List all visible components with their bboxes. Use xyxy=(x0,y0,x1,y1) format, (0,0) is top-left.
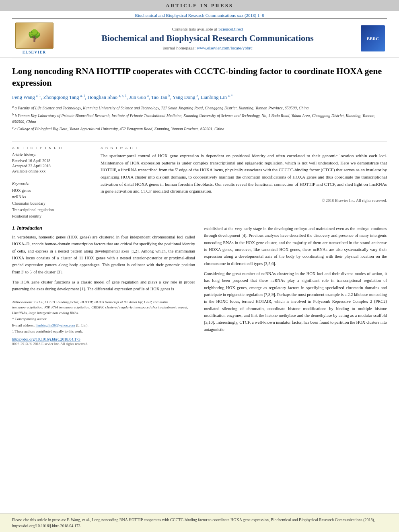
introduction-heading: 1. Introduction xyxy=(12,225,195,231)
homepage-prefix: journal homepage: xyxy=(162,45,197,50)
journal-header: 🌳 ELSEVIER Contents lists available at S… xyxy=(0,19,399,58)
elsevier-label: ELSEVIER xyxy=(23,50,46,54)
intro-right-text: established at the very early stage in t… xyxy=(204,225,387,333)
abstract-text: The spatiotemporal control of HOX gene e… xyxy=(101,152,387,195)
doi-href[interactable]: https://doi.org/10.1016/j.bbrc.2018.04.1… xyxy=(12,337,80,341)
article-authors: Feng Wang a, 1, Zhongqiong Tang a, 1, Ho… xyxy=(12,93,387,101)
elsevier-logo-area: 🌳 ELSEVIER xyxy=(12,23,56,54)
sciencedirect-link[interactable]: ScienceDirect xyxy=(218,27,243,31)
citation-text: Please cite this article in press as: F.… xyxy=(12,518,375,528)
intro-left-para2: The HOX gene cluster functions as a clas… xyxy=(12,279,195,293)
keyword-2: ncRNAs xyxy=(12,194,93,200)
citation-bar: Please cite this article in press as: F.… xyxy=(0,513,399,532)
article-info-abstract: a r t i c l e i n f o Article history: R… xyxy=(12,142,387,220)
keyword-5: Positional identity xyxy=(12,213,93,220)
article-info-heading: a r t i c l e i n f o xyxy=(12,146,93,150)
keywords-label: Keywords: xyxy=(12,181,93,186)
intro-left-para1: In vertebrates, homeotic genes (HOX gene… xyxy=(12,234,195,275)
elsevier-logo-box: 🌳 xyxy=(15,23,53,49)
body-col-right: established at the very early stage in t… xyxy=(204,225,387,346)
accepted-date: Accepted 22 April 2018 xyxy=(12,164,93,168)
sciencedirect-prefix: Contents lists available at xyxy=(172,27,218,31)
email-link[interactable]: lianbing.lin36@yahoo.com xyxy=(35,323,75,327)
article-content: Long noncoding RNA HOTTIP cooperates wit… xyxy=(0,58,399,513)
homepage-link[interactable]: www.elsevier.com/locate/ybbrc xyxy=(197,45,253,50)
elsevier-tree-icon: 🌳 xyxy=(27,29,41,42)
journal-title-header: Biochemical and Biophysical Research Com… xyxy=(101,33,314,43)
footnotes: Abbreviations: CTCF, CCCTC-binding facto… xyxy=(12,297,195,335)
page: ARTICLE IN PRESS Biochemical and Biophys… xyxy=(0,0,399,532)
banner-text: ARTICLE IN PRESS xyxy=(166,2,233,8)
corresponding-footnote: * Corresponding author. xyxy=(12,316,195,322)
intro-left-text: In vertebrates, homeotic genes (HOX gene… xyxy=(12,234,195,293)
email-suffix: (L. Lin). xyxy=(76,323,88,327)
affil-c: c c College of Biological Big Data, Yuna… xyxy=(12,125,387,132)
body-content: 1. Introduction In vertebrates, homeotic… xyxy=(12,225,387,346)
doi-link: https://doi.org/10.1016/j.bbrc.2018.04.1… xyxy=(12,337,195,341)
sciencedirect-line: Contents lists available at ScienceDirec… xyxy=(172,27,243,31)
intro-right-para1: established at the very early stage in t… xyxy=(204,225,387,267)
intro-right-para2: Considering the great number of ncRNAs c… xyxy=(204,270,387,333)
abstract-column: a b s t r a c t The spatiotemporal contr… xyxy=(101,146,387,220)
article-in-press-banner: ARTICLE IN PRESS xyxy=(0,0,399,11)
keywords-list: HOX genes ncRNAs Chromatin boundary Tran… xyxy=(12,187,93,220)
affiliations: a a Faculty of Life Science and Technolo… xyxy=(12,105,387,132)
affil-b: b b Yunnan Key Laboratory of Primate Bio… xyxy=(12,112,387,125)
email-label: E-mail address: xyxy=(12,323,35,327)
copyright-line: © 2018 Elsevier Inc. All rights reserved… xyxy=(101,198,387,203)
affil-a: a a Faculty of Life Science and Technolo… xyxy=(12,105,387,111)
journal-ref-text: Biochemical and Biophysical Research Com… xyxy=(135,13,264,18)
journal-ref-line: Biochemical and Biophysical Research Com… xyxy=(0,11,399,18)
email-footnote: E-mail address: lianbing.lin36@yahoo.com… xyxy=(12,323,195,329)
keyword-4: Transcriptional regulation xyxy=(12,207,93,213)
journal-header-center: Contents lists available at ScienceDirec… xyxy=(60,23,355,54)
equal-contrib-footnote: 1 These authors contributed equally to t… xyxy=(12,329,195,335)
article-main-title: Long noncoding RNA HOTTIP cooperates wit… xyxy=(12,66,387,88)
bbrc-label: BBRC xyxy=(367,36,379,41)
keyword-1: HOX genes xyxy=(12,187,93,194)
body-col-left: 1. Introduction In vertebrates, homeotic… xyxy=(12,225,195,346)
received-date: Received 16 April 2018 xyxy=(12,158,93,163)
journal-homepage-line: journal homepage: www.elsevier.com/locat… xyxy=(162,45,253,50)
bbrc-logo-area: BBRC xyxy=(359,23,387,54)
abbreviations-text: Abbreviations: CTCF, CCCTC-binding facto… xyxy=(12,300,189,315)
abbreviations-footnote: Abbreviations: CTCF, CCCTC-binding facto… xyxy=(12,300,195,316)
history-label: Article history: xyxy=(12,152,93,157)
article-info-column: a r t i c l e i n f o Article history: R… xyxy=(12,146,93,220)
abstract-heading: a b s t r a c t xyxy=(101,146,387,150)
keyword-3: Chromatin boundary xyxy=(12,200,93,207)
online-date: Available online xxx xyxy=(12,169,93,173)
article-title-section: Long noncoding RNA HOTTIP cooperates wit… xyxy=(12,58,387,137)
issn-line: 0006-291X/© 2018 Elsevier Inc. All right… xyxy=(12,342,195,346)
bbrc-logo: BBRC xyxy=(361,25,385,51)
